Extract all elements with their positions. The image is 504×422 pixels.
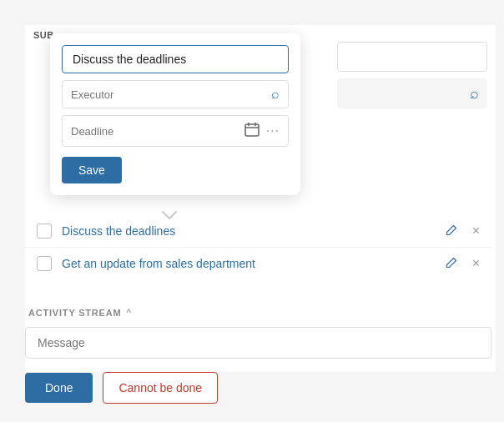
bottom-actions: Done Cannot be done (25, 372, 218, 404)
activity-section: ACTIVITY STREAM ^ (25, 307, 491, 359)
cannot-be-done-button[interactable]: Cannot be done (103, 372, 218, 404)
right-side-area: ⌕ (337, 42, 487, 108)
subtask-checkbox-1[interactable] (37, 224, 52, 239)
subtask-item: Get an update from sales department × (25, 247, 491, 279)
svg-rect-0 (245, 124, 259, 136)
more-options-icon[interactable]: ··· (266, 123, 280, 138)
save-button[interactable]: Save (62, 157, 122, 183)
executor-search-icon[interactable]: ⌕ (271, 87, 280, 102)
right-input-box-1 (337, 42, 487, 72)
subtask-label-2[interactable]: Get an update from sales department (62, 257, 432, 270)
subtask-close-icon-1[interactable]: × (472, 224, 480, 239)
add-subtask-popup: ⌕ ··· Save (50, 33, 300, 195)
activity-chevron-icon[interactable]: ^ (126, 307, 131, 319)
calendar-icon[interactable] (244, 122, 260, 140)
executor-row: ⌕ (62, 80, 289, 108)
subtask-title-input[interactable] (62, 45, 289, 73)
subtask-edit-icon-1[interactable] (446, 224, 457, 239)
popup-chevron-down (161, 207, 178, 224)
activity-header: ACTIVITY STREAM ^ (25, 307, 491, 319)
subtask-edit-icon-2[interactable] (446, 257, 457, 271)
subtask-list: Discuss the deadlines × Get an update fr… (25, 215, 491, 279)
subtask-close-icon-2[interactable]: × (472, 256, 480, 271)
activity-stream-label: ACTIVITY STREAM (28, 308, 121, 318)
subtask-checkbox-2[interactable] (37, 256, 52, 271)
subtask-item: Discuss the deadlines × (25, 215, 491, 247)
activity-message-input[interactable] (25, 327, 491, 359)
done-button[interactable]: Done (25, 373, 93, 403)
subtask-label-1[interactable]: Discuss the deadlines (62, 224, 432, 238)
deadline-input[interactable] (71, 125, 244, 138)
right-search-icon: ⌕ (470, 85, 479, 103)
executor-input[interactable] (71, 88, 271, 101)
right-search-box[interactable]: ⌕ (337, 78, 487, 108)
deadline-row: ··· (62, 115, 289, 147)
